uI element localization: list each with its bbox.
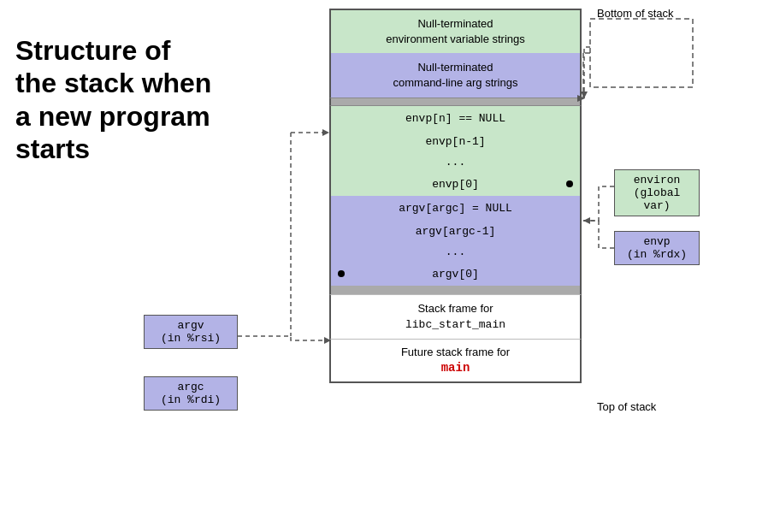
page-title: Structure of the stack when a new progra… [15,34,289,166]
row-argv-argc1: argv[argc-1] [329,220,582,242]
row-dots-argv: ... [329,242,582,262]
row-envp-n1: envp[n-1] [329,130,582,152]
row-libc: Stack frame forlibc_start_main [329,294,582,339]
row-cmd-strings: Null-terminatedcommand-line arg strings [329,53,582,98]
argc-box: argc (in %rdi) [144,376,238,411]
svg-marker-5 [583,217,590,224]
argv-box: argv (in %rsi) [144,315,238,349]
svg-rect-0 [590,19,693,87]
row-envp0: envp[0] [329,172,582,196]
bottom-of-stack-label: Bottom of stack [597,7,674,20]
top-of-stack-label: Top of stack [597,400,656,413]
row-argv-null: argv[argc] = NULL [329,196,582,220]
envp-box: envp (in %rdx) [614,231,700,265]
environ-box: environ (global var) [614,169,700,216]
row-divider-1 [329,98,582,106]
row-argv0: argv[0] [329,262,582,286]
row-envp-null: envp[n] == NULL [329,106,582,130]
stack-diagram: Null-terminatedenvironment variable stri… [329,9,582,383]
row-divider-2 [329,286,582,294]
svg-marker-4 [581,92,588,98]
svg-marker-7 [322,129,329,136]
row-env-strings: Null-terminatedenvironment variable stri… [329,9,582,53]
envp0-dot [566,180,573,187]
row-dots-env: ... [329,152,582,172]
row-future-main: Future stack frame formain [329,339,582,383]
argv0-dot [338,270,345,277]
